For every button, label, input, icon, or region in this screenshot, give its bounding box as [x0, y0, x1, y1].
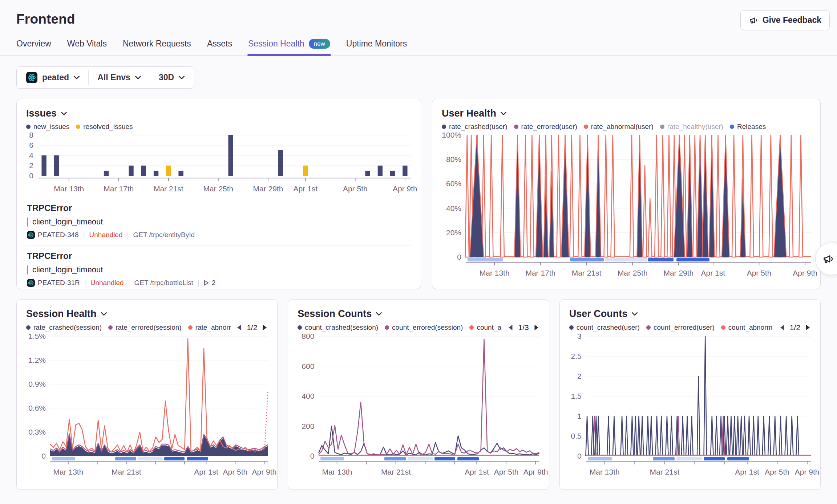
release-track-segment[interactable] — [457, 457, 479, 460]
issue-message[interactable]: client_login_timeout — [27, 265, 411, 275]
replay-count[interactable]: 2 — [204, 279, 216, 287]
chart-plot[interactable] — [319, 336, 539, 456]
release-track-segment[interactable] — [187, 457, 208, 460]
session-counts-panel-header[interactable]: Session Counts — [298, 308, 539, 320]
legend-item[interactable]: rate_crashed(session) — [26, 324, 102, 332]
legend-item[interactable]: rate_abnormal(user) — [584, 123, 654, 131]
release-track-segment[interactable] — [115, 457, 136, 460]
y-axis-label: 20% — [446, 228, 461, 237]
user-health-panel-header[interactable]: User Health — [442, 108, 811, 119]
chevron-down-icon — [61, 111, 67, 115]
legend-item[interactable]: count_crashed(user) — [569, 324, 640, 332]
pager-next-icon[interactable] — [805, 324, 811, 331]
y-axis-label: 6 — [29, 141, 33, 150]
release-track-segment[interactable] — [648, 258, 674, 261]
legend-item[interactable]: rate_errored(session) — [108, 324, 182, 332]
legend-item[interactable]: rate_healthy(user) — [660, 123, 723, 131]
session-counts-chart[interactable]: 8006004002000Mar 13thMar 21stApr 1stApr … — [298, 336, 539, 479]
legend-item[interactable]: Releases — [730, 123, 766, 131]
legend-item[interactable]: count_errored(session) — [385, 324, 463, 332]
release-track-segment[interactable] — [676, 457, 702, 460]
x-axis — [50, 461, 268, 465]
tab-overview[interactable]: Overview — [16, 39, 51, 55]
release-track-segment[interactable] — [384, 457, 406, 460]
legend-item[interactable]: rate_abnorr — [188, 324, 231, 332]
chart-plot[interactable] — [50, 336, 268, 456]
tab-network-requests[interactable]: Network Requests — [123, 39, 191, 55]
pager-prev-icon[interactable] — [779, 324, 785, 331]
panel-title[interactable]: Session Counts — [298, 308, 372, 320]
chart-plot[interactable] — [38, 135, 411, 176]
release-track-segment[interactable] — [570, 258, 604, 261]
panel-title[interactable]: Issues — [26, 108, 57, 119]
issues-panel-header[interactable]: Issues — [26, 108, 411, 119]
user-health-chart[interactable]: 100%80%60%40%20%0Mar 13thMar 17thMar 21s… — [442, 135, 811, 280]
legend-pager: 1/2 — [236, 323, 268, 332]
legend-dot — [730, 125, 734, 129]
release-track-segment[interactable] — [408, 457, 433, 460]
issue-type[interactable]: TRPCError — [27, 203, 411, 213]
user-counts-panel-header[interactable]: User Counts — [569, 308, 811, 320]
pager-label: 1/2 — [790, 323, 800, 332]
megaphone-icon — [822, 253, 834, 265]
chevron-down-icon — [135, 76, 141, 80]
panel-title[interactable]: User Counts — [569, 308, 628, 320]
legend-item[interactable]: count_errored(user) — [646, 324, 715, 332]
pager-prev-icon[interactable] — [236, 324, 242, 331]
date-range-selector[interactable]: 30D — [150, 70, 193, 85]
tab-web-vitals[interactable]: Web Vitals — [67, 39, 107, 55]
legend-label: resolved_issues — [83, 123, 133, 131]
environment-selector[interactable]: All Envs — [88, 70, 150, 85]
legend-item[interactable]: count_crashed(session) — [298, 324, 378, 332]
pager-next-icon[interactable] — [534, 324, 539, 331]
give-feedback-button[interactable]: Give Feedback — [740, 10, 830, 30]
legend-item[interactable]: rate_errored(user) — [514, 123, 577, 131]
session-health-chart[interactable]: 1.5%1.2%0.9%0.6%0.3%0Mar 13thMar 21stApr… — [26, 336, 268, 479]
tab-uptime-monitors[interactable]: Uptime Monitors — [346, 39, 407, 55]
release-track-segment[interactable] — [676, 258, 709, 261]
release-track-segment[interactable] — [653, 457, 675, 460]
issues-chart[interactable]: 86420Mar 13thMar 17thMar 21stMar 25thMar… — [26, 135, 411, 195]
chart-plot[interactable] — [586, 336, 811, 456]
chart-plot[interactable] — [466, 135, 811, 257]
session-health-panel-header[interactable]: Session Health — [26, 308, 268, 320]
release-track-segment[interactable] — [704, 457, 725, 460]
legend-item[interactable]: resolved_issues — [76, 123, 133, 131]
release-track-segment[interactable] — [727, 457, 749, 460]
y-axis-label: 1.5 — [571, 392, 581, 401]
legend-item[interactable]: new_issues — [26, 123, 69, 131]
issue-meta: PEATED-348 | Unhandled | GET /trpc/entit… — [27, 231, 411, 239]
release-track-segment[interactable] — [605, 258, 647, 261]
legend-item[interactable]: rate_crashed(user) — [442, 123, 508, 131]
tab-session-health[interactable]: Session Health new — [248, 39, 330, 55]
release-track-segment[interactable] — [588, 457, 612, 460]
user-counts-chart[interactable]: 32.521.510.50Mar 13thMar 21stApr 1stApr … — [569, 336, 811, 479]
chevron-down-icon — [632, 312, 638, 316]
legend-item[interactable]: count_a — [469, 324, 501, 332]
release-track-segment[interactable] — [52, 457, 75, 460]
legend-dot — [584, 125, 588, 129]
release-track-segment[interactable] — [320, 457, 344, 460]
x-axis-label: Mar 25th — [203, 184, 233, 193]
pager-prev-icon[interactable] — [508, 324, 513, 331]
issue-row[interactable]: TRPCError client_login_timeout PEATED-31… — [26, 245, 411, 293]
x-axis-label: Apr 1st — [465, 468, 489, 476]
tab-assets[interactable]: Assets — [207, 39, 232, 55]
pager-next-icon[interactable] — [262, 324, 268, 331]
panel-title[interactable]: Session Health — [26, 308, 97, 320]
panel-title[interactable]: User Health — [442, 108, 496, 119]
x-axis — [38, 178, 411, 182]
project-selector[interactable]: peated — [17, 70, 88, 85]
y-axis-label: 600 — [302, 362, 314, 371]
y-axis-label: 100% — [442, 131, 461, 139]
release-track-segment[interactable] — [138, 457, 163, 460]
issue-message[interactable]: client_login_timeout — [27, 217, 411, 227]
release-track-segment[interactable] — [468, 258, 503, 261]
issue-row[interactable]: TRPCError client_login_timeout PEATED-34… — [26, 198, 411, 245]
release-track-segment[interactable] — [164, 457, 185, 460]
issue-type[interactable]: TRPCError — [27, 251, 411, 261]
legend-item[interactable]: count_abnorm — [721, 324, 772, 332]
release-track-segment[interactable] — [434, 457, 455, 460]
legend-dot — [442, 125, 446, 129]
y-axis-label: 400 — [302, 392, 314, 401]
